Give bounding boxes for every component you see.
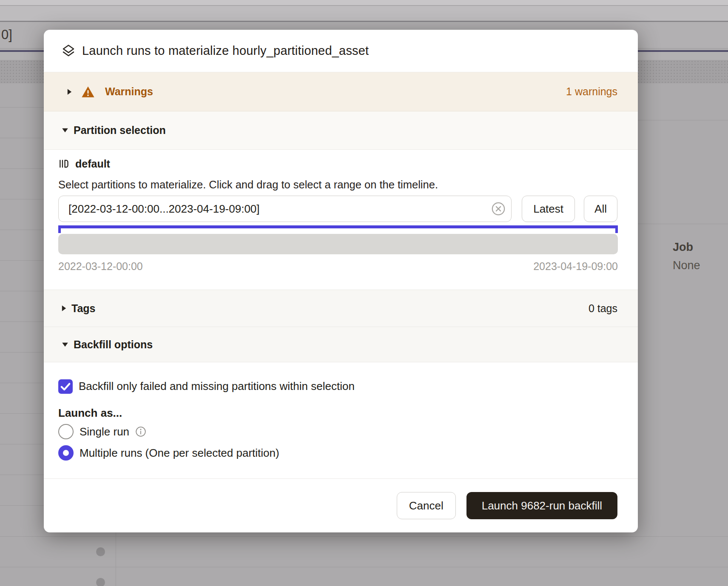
warnings-label: Warnings (105, 85, 153, 98)
warnings-count: 1 warnings (566, 85, 617, 98)
tags-title: Tags (71, 302, 96, 315)
backfill-options-body: Backfill only failed and missing partiti… (44, 362, 638, 478)
background-row-divider (636, 224, 728, 224)
dialog-header: Launch runs to materialize hourly_partit… (44, 30, 638, 72)
background-toolbar-strip (0, 6, 728, 22)
multiple-runs-option[interactable]: Multiple runs (One per selected partitio… (58, 445, 617, 461)
backfill-failed-missing-checkbox[interactable] (58, 379, 73, 394)
launch-backfill-button[interactable]: Launch 9682-run backfill (466, 492, 617, 519)
tags-count: 0 tags (589, 302, 617, 315)
chevron-down-icon (62, 342, 68, 346)
launch-as-label: Launch as... (58, 406, 617, 420)
partition-timeline[interactable] (58, 234, 618, 254)
single-run-option[interactable]: Single run (58, 424, 617, 439)
dimension-name: default (75, 158, 110, 170)
clear-icon[interactable] (491, 202, 506, 216)
background-job-value: None (673, 259, 700, 272)
single-run-radio[interactable] (58, 424, 74, 439)
backfill-options-title: Backfill options (74, 339, 153, 351)
tags-section-header[interactable]: Tags 0 tags (44, 290, 638, 327)
backfill-failed-missing-label: Backfill only failed and missing partiti… (79, 380, 355, 393)
background-row-divider (0, 567, 728, 567)
background-top-strip (0, 0, 728, 6)
background-row-divider (0, 536, 728, 537)
warnings-section-header[interactable]: Warnings 1 warnings (44, 72, 638, 111)
partition-selection-body: default Select partitions to materialize… (44, 150, 638, 290)
chevron-right-icon (62, 305, 66, 311)
latest-button[interactable]: Latest (522, 196, 575, 222)
single-run-label: Single run (80, 425, 129, 438)
background-table-rows-left (0, 77, 44, 532)
background-job-column-header: Job (673, 241, 693, 254)
backfill-options-section-header[interactable]: Backfill options (44, 327, 638, 362)
selection-range-indicator (58, 225, 618, 233)
all-button[interactable]: All (584, 196, 617, 222)
partition-range-input[interactable] (58, 196, 512, 222)
background-row-divider (636, 120, 728, 120)
partition-selection-description: Select partitions to materialize. Click … (58, 178, 617, 191)
background-column-divider (116, 532, 116, 586)
chevron-right-icon (68, 89, 71, 95)
background-status-dot (96, 578, 105, 586)
screen: 0] Job None Launch runs to materialize h… (0, 0, 728, 586)
cancel-button[interactable]: Cancel (397, 492, 456, 519)
timeline-end-label: 2023-04-19-09:00 (533, 260, 618, 273)
dialog-title: Launch runs to materialize hourly_partit… (82, 44, 369, 58)
chevron-down-icon (62, 128, 68, 132)
partition-range-input-wrapper (58, 196, 512, 222)
warning-icon (81, 85, 95, 98)
multiple-runs-label: Multiple runs (One per selected partitio… (80, 447, 279, 460)
background-status-dot (96, 547, 105, 556)
multiple-runs-radio[interactable] (58, 445, 74, 461)
background-truncated-text: 0] (1, 27, 12, 43)
launch-backfill-dialog: Launch runs to materialize hourly_partit… (44, 30, 638, 532)
timeline-start-label: 2022-03-12-00:00 (58, 260, 143, 273)
dialog-footer: Cancel Launch 9682-run backfill (44, 478, 638, 532)
asset-layers-icon (61, 43, 76, 59)
partition-selection-section-header[interactable]: Partition selection (44, 111, 638, 150)
partition-selection-title: Partition selection (74, 124, 166, 137)
partition-dimension-icon (58, 158, 69, 169)
info-icon[interactable] (135, 426, 146, 437)
